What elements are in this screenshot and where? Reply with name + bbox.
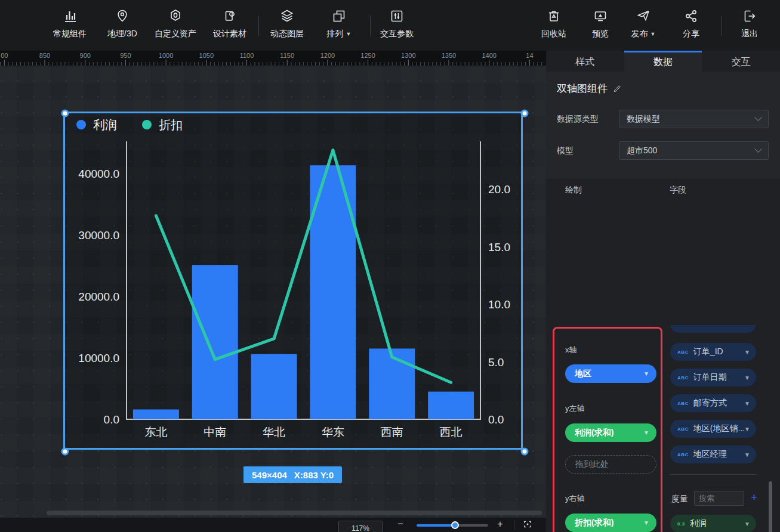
share-icon <box>683 8 699 24</box>
drop-zone[interactable]: 拖到此处 <box>565 455 656 474</box>
field-pill-订单日期[interactable]: ABC订单日期▼ <box>670 369 756 386</box>
zoom-slider-fill <box>417 524 455 527</box>
bar-华北 <box>251 354 297 419</box>
toolbar-item-label: 预览 <box>592 29 609 39</box>
canvas-horizontal-scrollbar[interactable] <box>47 511 542 515</box>
caret-down-icon: ▼ <box>346 31 352 37</box>
resize-handle-top-right[interactable] <box>521 110 529 117</box>
dual-axis-chart-component[interactable]: 0.010000.020000.030000.040000.00.05.010.… <box>63 112 523 450</box>
model-select[interactable]: 超市500 <box>619 141 769 160</box>
resize-handle-bottom-right[interactable] <box>521 448 529 456</box>
caret-down-icon: ▼ <box>744 349 750 355</box>
fields-column: ABC订单_ID▼ABC订单日期▼ABC邮寄方式▼ABC地区(地区销...▼AB… <box>665 325 776 532</box>
toolbar-item-label: 排列▼ <box>327 29 352 39</box>
field-pill-邮寄方式[interactable]: ABC邮寄方式▼ <box>670 394 756 412</box>
field-type-badge: ABC <box>677 426 689 432</box>
resize-handle-bottom-left[interactable] <box>61 448 69 456</box>
horizontal-ruler: 0085090095010001050110011501200125013001… <box>0 51 546 66</box>
bar-西南 <box>369 348 415 419</box>
toolbar-item-label: 自定义资产 <box>155 29 196 39</box>
toolbar-item-exit[interactable]: 退出 <box>721 8 778 39</box>
zoom-out-button[interactable]: − <box>397 519 403 530</box>
ruler-label: 14 <box>526 52 533 59</box>
map-pin-icon <box>114 8 131 24</box>
datasource-type-select[interactable]: 数据模型 <box>619 110 769 128</box>
hexagon-icon <box>167 8 184 24</box>
measure-search-input[interactable] <box>694 491 744 506</box>
datasource-type-value: 数据模型 <box>627 114 660 125</box>
add-measure-button[interactable]: + <box>751 491 757 504</box>
field-pill-label: 地区(地区销... <box>693 423 744 434</box>
trash-icon <box>545 8 562 24</box>
field-pill-地区经理[interactable]: ABC地区经理▼ <box>670 446 756 463</box>
bar-chart-icon <box>61 8 78 24</box>
subtab-fields[interactable]: 字段 <box>670 185 686 196</box>
toolbar-item-label: 回收站 <box>541 29 566 39</box>
toolbar-item-design-asset[interactable]: 设计素材 <box>201 8 258 39</box>
data-config-panel: 绘制 字段 x轴地区▼y左轴利润(求和)▼拖到此处y右轴折扣(求和)▼拖到此处 … <box>546 179 780 532</box>
panel-tab-数据[interactable]: 数据 <box>624 51 702 72</box>
ruler-label: 1150 <box>280 52 294 59</box>
toolbar-item-map-pin[interactable]: 地理/3D <box>94 8 151 39</box>
divider <box>721 16 722 36</box>
field-type-badge: 0.3 <box>677 521 685 527</box>
right-axis-tick: 5.0 <box>488 356 504 369</box>
component-geometry-badge: 549×404 X:883 Y:0 <box>243 466 342 483</box>
legend-dot-折扣 <box>142 120 152 129</box>
toolbar-item-bar-chart[interactable]: 常规组件 <box>41 8 98 39</box>
toolbar-item-arrange[interactable]: 排列▼ <box>310 8 368 39</box>
field-type-badge: ABC <box>677 349 689 355</box>
toolbar-item-share[interactable]: 分享 <box>662 8 720 39</box>
fields-scrollbar-thumb[interactable] <box>769 481 772 532</box>
field-pill-地区[interactable]: 地区▼ <box>565 364 656 383</box>
caret-down-icon: ▼ <box>650 31 656 37</box>
component-title-text: 双轴图组件 <box>557 82 608 95</box>
component-title: 双轴图组件 <box>557 82 622 95</box>
field-pill-利润[interactable]: 0.3利润▼ <box>670 515 756 532</box>
field-pill-折扣(求和)[interactable]: 折扣(求和)▼ <box>565 514 656 532</box>
edit-pencil-icon[interactable] <box>613 84 622 93</box>
toolbar-item-params[interactable]: 交互参数 <box>368 8 426 39</box>
caret-down-icon: ▼ <box>744 521 750 527</box>
toolbar-item-layers[interactable]: 动态图层 <box>258 8 316 39</box>
ruler-label: 1350 <box>442 52 456 59</box>
category-label: 东北 <box>144 426 167 438</box>
axis-slot-label: y右轴 <box>565 493 585 504</box>
bar-西北 <box>428 392 474 419</box>
left-axis-tick: 20000.0 <box>78 290 119 303</box>
ruler-label: 00 <box>1 52 8 59</box>
caret-down-icon: ▼ <box>744 451 750 458</box>
zoom-level-input[interactable] <box>338 521 383 532</box>
caret-down-icon: ▼ <box>744 400 750 407</box>
field-pill-label: 邮寄方式 <box>693 398 727 409</box>
field-type-badge: ABC <box>677 375 689 381</box>
panel-tabs: 样式数据交互 <box>546 51 780 72</box>
zoom-in-button[interactable]: + <box>497 519 503 530</box>
subtab-draw[interactable]: 绘制 <box>565 185 582 196</box>
legend-dot-利润 <box>76 120 86 129</box>
visualization-editor: 常规组件地理/3D自定义资产设计素材动态图层排列▼交互参数回收站预览发布▼分享退… <box>0 0 780 532</box>
field-pill-clipped[interactable] <box>670 325 756 333</box>
right-axis-tick: 20.0 <box>488 183 510 196</box>
zoom-slider-thumb[interactable] <box>451 521 459 529</box>
left-and-bottom-axis <box>127 141 481 419</box>
panel-tab-交互[interactable]: 交互 <box>702 51 780 72</box>
left-axis-tick: 40000.0 <box>78 168 119 180</box>
design-asset-icon <box>221 8 238 24</box>
ruler-ticks: 0085090095010001050110011501200125013001… <box>0 51 546 66</box>
field-pill-订单_ID[interactable]: ABC订单_ID▼ <box>670 343 756 361</box>
field-pill-利润(求和)[interactable]: 利润(求和)▼ <box>565 423 656 442</box>
ruler-label: 1250 <box>360 52 375 59</box>
field-type-badge: ABC <box>677 452 689 457</box>
toolbar-item-label: 分享 <box>683 29 699 39</box>
left-axis-tick: 30000.0 <box>78 229 119 242</box>
field-pill-地区(地区销...[interactable]: ABC地区(地区销...▼ <box>670 420 756 438</box>
fit-screen-icon[interactable] <box>523 519 532 531</box>
toolbar-item-hexagon[interactable]: 自定义资产 <box>147 8 204 39</box>
resize-handle-top-left[interactable] <box>61 110 69 117</box>
panel-tab-样式[interactable]: 样式 <box>546 51 624 72</box>
ruler-label: 900 <box>80 52 91 59</box>
datasource-type-label: 数据源类型 <box>557 114 599 125</box>
design-canvas[interactable]: 0.010000.020000.030000.040000.00.05.010.… <box>0 66 546 518</box>
zoom-slider[interactable] <box>417 524 488 527</box>
